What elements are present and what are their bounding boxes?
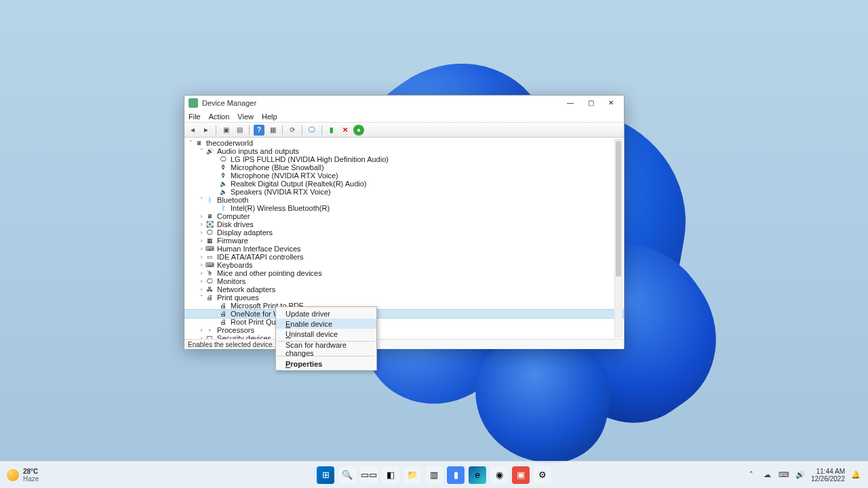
mic-icon: 🎙 — [218, 163, 228, 171]
computer-icon: 🖥 — [194, 139, 203, 147]
device-tree[interactable]: ˅🖥thecoderworld ˅🔊Audio inputs and outpu… — [184, 138, 624, 340]
mouse-icon: 🖱 — [205, 269, 214, 277]
category-security[interactable]: Security devices — [217, 334, 271, 340]
printer-icon: 🖨 — [218, 310, 228, 318]
pinned-app-icon[interactable]: ▮ — [447, 466, 465, 484]
weather-widget[interactable]: 28°C Haze — [7, 468, 39, 483]
mic-icon: 🎙 — [218, 171, 228, 180]
app-icon — [189, 98, 198, 108]
category-mice[interactable]: Mice and other pointing devices — [217, 269, 322, 277]
category-monitors[interactable]: Monitors — [217, 277, 245, 285]
ctx-enable-device[interactable]: Enable device — [276, 319, 376, 329]
tray-cloud-icon[interactable]: ☁ — [762, 470, 773, 481]
device-item[interactable]: Microphone (NVIDIA RTX Voice) — [231, 171, 338, 180]
scan-icon[interactable]: ▦ — [267, 125, 278, 136]
device-item[interactable]: Realtek Digital Output (Realtek(R) Audio… — [231, 180, 367, 188]
taskbar: 28°C Haze ⊞ 🔍 ▭▭ ◧ 📁 ▥ ▮ e ◉ ▣ ⚙ ˄ ☁ ⌨ 🔊… — [0, 461, 868, 488]
network-icon: 🖧 — [205, 285, 214, 293]
tray-chevron-icon[interactable]: ˄ — [746, 470, 757, 481]
monitor-icon: 🖵 — [205, 277, 214, 285]
hid-icon: ⌨ — [205, 245, 214, 253]
bluetooth-icon: ᛒ — [205, 196, 214, 204]
computer-icon: 🖥 — [205, 212, 214, 220]
scrollbar-thumb[interactable] — [616, 141, 621, 277]
device-item[interactable]: Speakers (NVIDIA RTX Voice) — [231, 188, 331, 196]
edge-icon[interactable]: e — [469, 466, 486, 484]
speaker-icon: 🔈 — [218, 180, 228, 188]
clock[interactable]: 11:44 AM 12/26/2022 — [811, 468, 845, 483]
back-button[interactable]: ◄ — [187, 125, 198, 136]
help-icon[interactable]: ? — [254, 125, 264, 136]
category-print[interactable]: Print queues — [217, 293, 259, 302]
disk-icon: 💽 — [205, 220, 214, 228]
clock-time: 11:44 AM — [811, 468, 845, 475]
monitor-icon: 🖵 — [218, 155, 228, 163]
notifications-icon[interactable]: 🔔 — [850, 470, 861, 481]
pinned-app-icon[interactable]: ⚙ — [534, 466, 551, 484]
bluetooth-icon: ᛒ — [218, 204, 228, 212]
menu-view[interactable]: View — [237, 113, 254, 121]
category-disk[interactable]: Disk drives — [217, 220, 254, 228]
category-computer[interactable]: Computer — [217, 212, 250, 220]
tray-language-icon[interactable]: ⌨ — [778, 470, 789, 481]
category-keyboards[interactable]: Keyboards — [217, 261, 253, 269]
tray-volume-icon[interactable]: 🔊 — [795, 470, 806, 481]
titlebar[interactable]: Device Manager — ▢ ✕ — [184, 96, 624, 110]
device-item[interactable]: Microphone (Blue Snowball) — [231, 163, 324, 171]
pinned-app-icon[interactable]: ▣ — [512, 466, 530, 484]
category-display[interactable]: Display adapters — [217, 228, 273, 237]
show-hidden-button[interactable]: ▣ — [220, 125, 231, 136]
disable-icon[interactable]: ✕ — [340, 125, 351, 136]
category-firmware[interactable]: Firmware — [217, 237, 248, 245]
properties-icon[interactable]: 🖵 — [307, 125, 317, 136]
scrollbar[interactable] — [614, 139, 623, 338]
chrome-icon[interactable]: ◉ — [490, 466, 508, 484]
search-button[interactable]: 🔍 — [338, 466, 356, 484]
enable-icon[interactable]: ▮ — [326, 125, 337, 136]
pinned-app-icon[interactable]: ▥ — [425, 466, 443, 484]
scan-hardware-icon[interactable]: ● — [353, 125, 364, 136]
display-icon: 🖵 — [205, 228, 214, 237]
status-bar: Enables the selected device. — [184, 340, 624, 349]
root-node[interactable]: thecoderworld — [206, 139, 253, 147]
menu-file[interactable]: File — [189, 113, 201, 121]
task-view-button[interactable]: ▭▭ — [360, 466, 378, 484]
weather-temp: 28°C — [23, 468, 39, 475]
view-button[interactable]: ▤ — [234, 125, 245, 136]
forward-button[interactable]: ► — [201, 125, 212, 136]
device-item[interactable]: Intel(R) Wireless Bluetooth(R) — [231, 204, 330, 212]
device-item[interactable]: LG IPS FULLHD (NVIDIA High Definition Au… — [231, 155, 389, 163]
category-bluetooth[interactable]: Bluetooth — [217, 196, 248, 204]
start-button[interactable]: ⊞ — [317, 466, 334, 484]
menubar: File Action View Help — [184, 110, 624, 123]
menu-help[interactable]: Help — [262, 113, 277, 121]
security-icon: 🛡 — [205, 334, 214, 340]
menu-action[interactable]: Action — [209, 113, 230, 121]
window-title: Device Manager — [202, 99, 256, 107]
ctx-properties[interactable]: Properties — [276, 359, 376, 369]
category-audio[interactable]: Audio inputs and outputs — [217, 147, 299, 155]
weather-cond: Haze — [23, 475, 39, 483]
maximize-button[interactable]: ▢ — [580, 96, 601, 110]
category-network[interactable]: Network adapters — [217, 285, 275, 293]
update-driver-icon[interactable]: ⟳ — [287, 125, 298, 136]
explorer-icon[interactable]: 📁 — [403, 466, 421, 484]
firmware-icon: ▦ — [205, 237, 214, 245]
category-hid[interactable]: Human Interface Devices — [217, 245, 301, 253]
category-ide[interactable]: IDE ATA/ATAPI controllers — [217, 253, 304, 261]
device-manager-window: Device Manager — ▢ ✕ File Action View He… — [184, 95, 625, 348]
ctx-uninstall-device[interactable]: Uninstall device — [276, 329, 376, 339]
close-button[interactable]: ✕ — [601, 96, 621, 110]
audio-icon: 🔊 — [205, 147, 214, 155]
toolbar: ◄ ► ▣ ▤ ? ▦ ⟳ 🖵 ▮ ✕ ● — [184, 123, 624, 138]
minimize-button[interactable]: — — [560, 96, 580, 110]
printer-icon: 🖨 — [218, 318, 228, 326]
ctx-scan-hardware[interactable]: Scan for hardware changes — [276, 344, 376, 354]
system-tray: ˄ ☁ ⌨ 🔊 11:44 AM 12/26/2022 🔔 — [746, 468, 861, 483]
printer-icon: 🖨 — [218, 302, 228, 310]
category-processors[interactable]: Processors — [217, 326, 254, 334]
widgets-button[interactable]: ◧ — [382, 466, 399, 484]
printer-icon: 🖨 — [205, 293, 214, 302]
speaker-icon: 🔈 — [218, 188, 228, 196]
ctx-update-driver[interactable]: Update driver — [276, 308, 376, 319]
